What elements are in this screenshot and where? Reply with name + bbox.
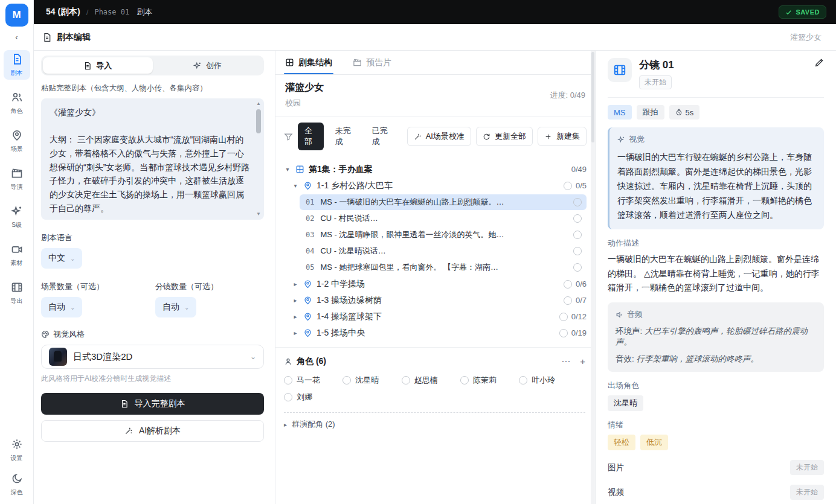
- more-options-icon[interactable]: ⋯: [561, 356, 570, 367]
- duration-badge: 5s: [669, 105, 700, 120]
- scene-row-1-2[interactable]: ▸ 1-2 中学操场 0/6: [292, 276, 587, 292]
- radio-circle-icon[interactable]: [284, 376, 292, 384]
- sidebar-item-export[interactable]: 导出: [4, 278, 30, 308]
- sidebar-item-darkmode[interactable]: 深色: [4, 470, 30, 499]
- collapse-sidebar-button[interactable]: ‹: [15, 33, 18, 43]
- language-select[interactable]: 中文 ⌄: [41, 248, 82, 269]
- episode-row[interactable]: ▾ 第1集：手办血案 0/49: [284, 161, 587, 177]
- chevron-right-icon[interactable]: ▸: [292, 281, 299, 287]
- shot-row-05[interactable]: 05 MS - 她把球塞回包里，看向窗外。 【字幕：湖南…: [300, 260, 587, 275]
- character-item[interactable]: 赵思楠: [402, 372, 460, 389]
- scene-row-1-3[interactable]: ▸ 1-3 操场边缘树荫 0/7: [292, 292, 587, 308]
- radio-circle-icon[interactable]: [460, 376, 469, 384]
- film-strip-icon: [11, 281, 23, 296]
- new-episode-button[interactable]: 新建集: [538, 127, 587, 146]
- breadcrumb-page[interactable]: 剧本: [137, 7, 152, 18]
- tab-import[interactable]: 导入: [43, 57, 153, 74]
- structure-tabs: 剧集结构 预告片: [275, 51, 595, 75]
- status-circle-icon[interactable]: [573, 198, 582, 206]
- character-item[interactable]: 陈茉莉: [460, 372, 519, 389]
- rail-nav: 剧本 角色 场景 导演 S级 素材: [4, 50, 30, 308]
- filter-done[interactable]: 已完成: [365, 123, 397, 150]
- panel-scrollbar[interactable]: [591, 51, 595, 504]
- scene-row-1-1[interactable]: ▾ 1-1 乡村公路/大巴车 0/5: [292, 177, 587, 194]
- chevron-right-icon[interactable]: ▸: [292, 313, 299, 320]
- radio-circle-icon[interactable]: [284, 393, 292, 401]
- shot-row-03[interactable]: 03 MS - 沈星晴睁眼，眼神里透着一丝冷淡的英气。她…: [300, 227, 587, 243]
- sidebar-item-settings[interactable]: 设置: [4, 435, 30, 465]
- chevron-right-icon[interactable]: ▸: [292, 297, 299, 304]
- textarea-scrollbar[interactable]: ▲ ▼: [255, 101, 262, 217]
- page-title: 剧本编辑: [42, 32, 91, 43]
- sidebar-item-characters[interactable]: 角色: [4, 88, 30, 118]
- ai-scene-calibrate-button[interactable]: AI场景校准: [407, 127, 471, 146]
- shot-row-01[interactable]: 01 MS - 一辆破旧的大巴车在蜿蜒的山路上剧烈颠簸。…: [300, 194, 587, 210]
- shot-row-02[interactable]: 02 CU - 村民说话…: [300, 211, 587, 226]
- script-textarea[interactable]: 《灌篮少女》 大纲： 三个因家庭变故从大城市“流放”回湖南山村的少女，带着格格不…: [41, 98, 264, 220]
- import-script-button[interactable]: 导入完整剧本: [41, 393, 264, 415]
- mood-badges: 轻松 低沉: [608, 435, 824, 450]
- chevron-down-icon[interactable]: ▾: [292, 182, 299, 189]
- character-item[interactable]: 沈星晴: [342, 372, 401, 389]
- shot-row-04[interactable]: 04 CU - 沈星晴说话…: [300, 243, 587, 259]
- tab-create[interactable]: 创作: [153, 57, 263, 74]
- sparkle-icon: [617, 136, 625, 144]
- chevron-right-icon[interactable]: ▸: [292, 330, 299, 336]
- scrollbar-thumb[interactable]: [591, 52, 594, 142]
- chevron-right-icon[interactable]: ▸: [284, 421, 287, 428]
- scroll-down-arrow[interactable]: ▼: [255, 211, 262, 217]
- status-circle-icon[interactable]: [573, 247, 582, 255]
- sidebar-item-script[interactable]: 剧本: [4, 50, 30, 80]
- scroll-up-arrow[interactable]: ▲: [255, 101, 262, 107]
- add-character-button[interactable]: +: [580, 356, 585, 367]
- sidebar-item-director[interactable]: 导演: [4, 164, 30, 194]
- refresh-icon: [483, 133, 490, 141]
- character-item[interactable]: 马一花: [284, 372, 342, 389]
- action-description-text: 一辆破旧的大巴车在蜿蜒的山路上剧烈颠簸。窗外是连绵的梯田。 △沈星晴靠在椅背上睡…: [608, 252, 824, 295]
- filter-undone[interactable]: 未完成: [329, 123, 361, 150]
- filter-toolbar: 全部 未完成 已完成 AI场景校准 更新全部 新建集: [275, 116, 595, 156]
- scene-row-1-4[interactable]: ▸ 1-4 操场篮球架下 0/12: [292, 308, 587, 325]
- progress-text: 进度: 0/49: [550, 90, 585, 101]
- update-all-button[interactable]: 更新全部: [476, 127, 533, 146]
- divider: [608, 97, 824, 98]
- status-circle-icon: [564, 296, 572, 305]
- extras-group-row[interactable]: ▸ 群演配角 (2): [275, 413, 595, 430]
- script-doc-icon: [11, 53, 23, 68]
- visual-style-select[interactable]: 日式3D渲染2D ⌄: [41, 345, 264, 369]
- character-item[interactable]: 刘娜: [284, 389, 342, 406]
- location-pin-icon: [303, 296, 312, 305]
- sparkle-icon: [193, 62, 202, 70]
- edit-shot-button[interactable]: [814, 58, 824, 89]
- sidebar-item-slevel[interactable]: S级: [4, 202, 30, 232]
- radio-circle-icon[interactable]: [519, 376, 527, 384]
- ai-parse-script-button[interactable]: AI解析剧本: [41, 420, 264, 442]
- breadcrumb-project[interactable]: 54 (剧本): [46, 7, 80, 18]
- mode-segmented-control: 导入 创作: [41, 56, 264, 75]
- radio-circle-icon[interactable]: [402, 376, 410, 384]
- scene-count-select[interactable]: 自动 ⌄: [41, 297, 82, 317]
- doc-icon: [120, 400, 129, 408]
- status-circle-icon: [559, 329, 568, 337]
- status-circle-icon[interactable]: [573, 263, 582, 272]
- filter-all[interactable]: 全部: [298, 123, 324, 150]
- radio-circle-icon[interactable]: [342, 376, 351, 384]
- tab-trailer[interactable]: 预告片: [353, 51, 391, 74]
- status-circle-icon[interactable]: [573, 231, 582, 239]
- chevron-down-icon: ⌄: [70, 255, 75, 262]
- video-camera-icon: [11, 243, 23, 258]
- shot-count-select[interactable]: 自动 ⌄: [155, 297, 196, 317]
- app-logo[interactable]: M: [5, 4, 28, 27]
- stopwatch-icon: [675, 109, 683, 116]
- tab-episode-structure[interactable]: 剧集结构: [285, 51, 332, 74]
- scrollbar-thumb[interactable]: [256, 109, 261, 133]
- scene-row-1-5[interactable]: ▸ 1-5 操场中央 0/19: [292, 325, 587, 341]
- status-circle-icon[interactable]: [573, 214, 582, 223]
- sidebar-item-assets[interactable]: 素材: [4, 240, 30, 270]
- doc-icon: [83, 62, 92, 70]
- character-item[interactable]: 叶小玲: [519, 372, 577, 389]
- breadcrumb-phase[interactable]: Phase 01: [94, 8, 129, 16]
- chevron-down-icon[interactable]: ▾: [284, 166, 291, 173]
- mood-badge: 低沉: [640, 435, 668, 450]
- sidebar-item-scenes[interactable]: 场景: [4, 126, 30, 156]
